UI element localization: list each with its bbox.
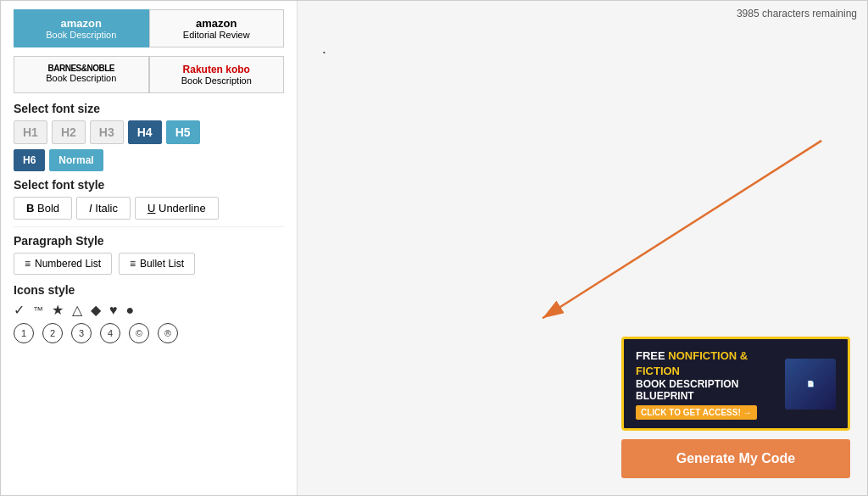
tab-amazon-edit[interactable]: amazon Editorial Review [149, 9, 285, 47]
font-btn-h5[interactable]: H5 [166, 120, 200, 144]
tabs-row2: BARNES&NOBLE Book Description Rakuten ko… [14, 56, 284, 93]
paragraph-style-label: Paragraph Style [14, 234, 284, 248]
promo-free-word: FREE [636, 349, 668, 362]
icon-heart[interactable]: ♥ [109, 303, 118, 318]
italic-button[interactable]: I Italic [76, 197, 131, 220]
font-size-label: Select font size [14, 102, 284, 115]
bottom-widgets: FREE NONFICTION & FICTION BOOK DESCRIPTI… [621, 337, 850, 478]
promo-banner[interactable]: FREE NONFICTION & FICTION BOOK DESCRIPTI… [621, 337, 850, 431]
underline-button[interactable]: U Underline [135, 197, 219, 220]
icons-row2: 1 2 3 4 © ® [14, 323, 284, 343]
icon-copyright[interactable]: © [129, 323, 149, 343]
icon-circle-filled[interactable]: ● [126, 303, 135, 318]
bullet-list-label: Bullet List [140, 258, 184, 270]
icon-num-4[interactable]: 4 [100, 323, 120, 343]
generate-code-button[interactable]: Generate My Code [621, 439, 850, 478]
font-btn-h2[interactable]: H2 [52, 120, 86, 144]
promo-book-desc: BOOK DESCRIPTION [636, 378, 776, 390]
font-size-row2: H6 Normal [14, 149, 284, 171]
italic-icon: I [89, 202, 92, 215]
promo-image-placeholder: 📄 [807, 380, 815, 387]
app-container: amazon Book Description amazon Editorial… [0, 0, 868, 496]
icon-checkmark[interactable]: ✓ [14, 302, 25, 318]
font-btn-h1[interactable]: H1 [14, 120, 47, 144]
promo-free-label: FREE NONFICTION & FICTION [636, 348, 776, 378]
tab-bn-desc[interactable]: BARNES&NOBLE Book Description [14, 56, 149, 93]
numbered-list-button[interactable]: ≡ Numbered List [14, 253, 112, 275]
tab-amazon-desc-platform: amazon [19, 17, 143, 30]
paragraph-row: ≡ Numbered List ≡ Bullet List [14, 253, 284, 275]
font-btn-normal[interactable]: Normal [49, 149, 103, 171]
icons-row1: ✓ ™ ★ △ ◆ ♥ ● [14, 302, 284, 318]
tabs-row: amazon Book Description amazon Editorial… [14, 9, 284, 47]
font-style-row: B Bold I Italic U Underline [14, 197, 284, 220]
promo-image: 📄 [785, 359, 836, 410]
divider1 [14, 226, 284, 227]
numbered-list-label: Numbered List [35, 258, 101, 270]
icon-registered[interactable]: ® [158, 323, 178, 343]
bold-button[interactable]: B Bold [14, 197, 72, 220]
tab-bn-sub: Book Description [19, 73, 143, 83]
tab-amazon-edit-sub: Editorial Review [155, 30, 279, 40]
font-btn-h3[interactable]: H3 [90, 120, 124, 144]
font-style-label: Select font style [14, 178, 284, 192]
tab-amazon-desc-sub: Book Description [19, 30, 143, 40]
icon-triangle[interactable]: △ [72, 302, 82, 318]
bullet-list-icon: ≡ [130, 258, 136, 270]
svg-line-1 [542, 141, 821, 318]
underline-icon: U [147, 202, 155, 215]
bold-icon: B [26, 202, 34, 215]
tab-amazon-desc[interactable]: amazon Book Description [14, 9, 149, 47]
right-panel: 3985 characters remaining • FREE NONFICT… [298, 1, 867, 495]
promo-blueprint: BLUEPRINT [636, 390, 776, 402]
chars-remaining: 3985 characters remaining [298, 1, 867, 23]
font-btn-h6[interactable]: H6 [14, 149, 45, 171]
icon-num-3[interactable]: 3 [71, 323, 92, 343]
icon-num-2[interactable]: 2 [42, 323, 63, 343]
icons-style-label: Icons style [14, 283, 284, 297]
font-size-row: H1 H2 H3 H4 H5 [14, 120, 284, 144]
bullet-dot: • [323, 48, 326, 56]
numbered-list-icon: ≡ [25, 258, 31, 270]
bullet-list-button[interactable]: ≡ Bullet List [119, 253, 195, 275]
icon-star[interactable]: ★ [52, 302, 64, 318]
icon-trademark[interactable]: ™ [33, 304, 43, 316]
tab-amazon-edit-platform: amazon [155, 17, 279, 30]
icon-num-1[interactable]: 1 [14, 323, 34, 343]
tab-kobo-sub: Book Description [155, 75, 279, 86]
promo-text: FREE NONFICTION & FICTION BOOK DESCRIPTI… [636, 348, 776, 420]
tab-kobo-platform: Rakuten kobo [155, 64, 279, 75]
tab-bn-platform: BARNES&NOBLE [19, 64, 143, 73]
tab-kobo-desc[interactable]: Rakuten kobo Book Description [149, 56, 285, 93]
left-panel: amazon Book Description amazon Editorial… [1, 1, 298, 495]
icon-diamond[interactable]: ◆ [91, 302, 101, 318]
font-btn-h4[interactable]: H4 [128, 120, 162, 144]
promo-cta: CLICK TO GET ACCESS! → [636, 405, 757, 420]
